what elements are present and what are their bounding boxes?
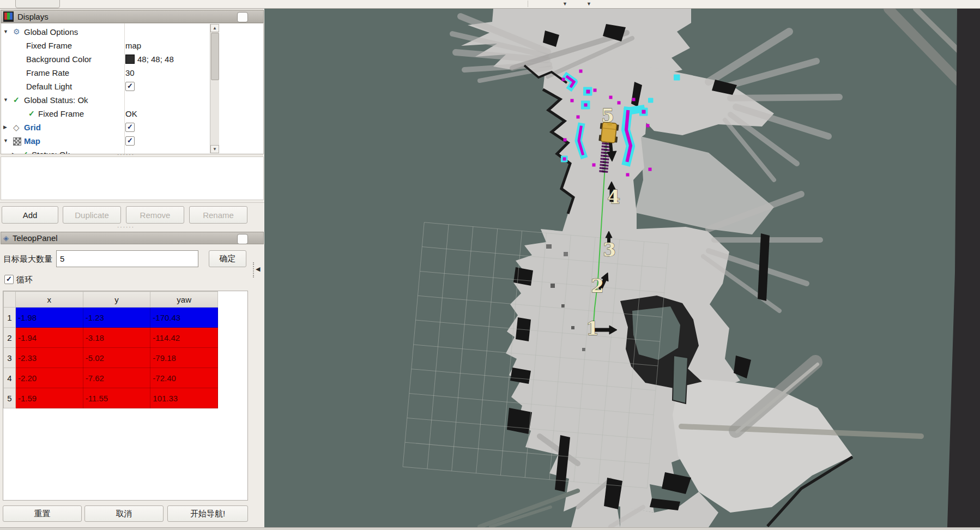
scroll-down-icon[interactable]: ▼ [210, 145, 219, 153]
status-ok-check-icon: ✓ [28, 107, 35, 121]
collapse-left-icon[interactable]: ◀ [256, 266, 260, 273]
chevron-down-icon[interactable]: ▼ [3, 134, 8, 148]
tree-row-fixed-frame[interactable]: Fixed Frame map [1, 39, 208, 52]
toolbar-separator [528, 1, 528, 7]
tree-row-label: Map [24, 134, 40, 148]
remove-display-button[interactable]: Remove [126, 206, 184, 224]
cell-y[interactable]: -11.55 [83, 388, 150, 408]
fixed-frame-value[interactable]: map [125, 39, 141, 52]
tree-row-label: Global Status: Ok [24, 93, 88, 107]
frame-rate-value[interactable]: 30 [125, 66, 135, 80]
column-header-yaw[interactable]: yaw [150, 292, 218, 308]
chevron-right-icon[interactable]: ▶ [12, 148, 16, 154]
panel-resize-handle[interactable] [253, 262, 255, 278]
goal-count-input[interactable] [56, 250, 198, 267]
cell-y[interactable]: -1.23 [83, 308, 150, 328]
cell-x[interactable]: -2.20 [16, 368, 83, 388]
color-swatch[interactable] [125, 55, 135, 64]
cell-x[interactable]: -2.33 [16, 348, 83, 368]
cell-x[interactable]: -1.94 [16, 328, 83, 348]
goal-count-label: 目标最大数量 [3, 250, 52, 267]
teleop-panel-header[interactable]: ◈ TeleopPanel [1, 232, 264, 244]
cell-yaw[interactable]: -170.43 [150, 308, 218, 328]
teleop-panel-title: TeleopPanel [13, 233, 58, 243]
rviz-window: ▼ ▼ Displays ▼ ⚙ Global Options Fixed Fr… [0, 0, 980, 530]
cell-y[interactable]: -7.62 [83, 368, 150, 388]
splitter-handle[interactable]: ······ [117, 224, 135, 230]
table-row[interactable]: 1 -1.98 -1.23 -170.43 [4, 308, 218, 328]
chevron-right-icon[interactable]: ▶ [3, 121, 7, 134]
dropdown-arrow-icon[interactable]: ▼ [562, 1, 567, 7]
waypoint-label-3: 3 [603, 239, 616, 261]
displays-panel-header[interactable]: Displays [1, 10, 264, 23]
displays-panel-title: Displays [17, 12, 49, 21]
occupancy-grid-map: 1 2 3 4 5 [264, 9, 980, 527]
tree-row-global-status[interactable]: ▼ ✓ Global Status: Ok [1, 93, 208, 107]
row-index: 4 [4, 368, 16, 388]
tree-scrollbar[interactable]: ▲ ▼ [210, 24, 219, 153]
gutter-header [4, 292, 16, 308]
cell-x[interactable]: -1.59 [16, 388, 83, 408]
map-3d-view[interactable]: 1 2 3 4 5 [264, 9, 980, 527]
confirm-button[interactable]: 确定 [209, 250, 246, 267]
table-row[interactable]: 4 -2.20 -7.62 -72.40 [4, 368, 218, 388]
table-row[interactable]: 3 -2.33 -5.02 -79.18 [4, 348, 218, 368]
cell-y[interactable]: -5.02 [83, 348, 150, 368]
waypoint-label-1: 1 [586, 317, 599, 339]
dropdown-arrow-icon[interactable]: ▼ [586, 1, 591, 7]
loop-checkbox[interactable]: ✓ [4, 275, 14, 284]
tree-row-label: Default Light [26, 80, 72, 93]
duplicate-display-button[interactable]: Duplicate [63, 206, 121, 224]
table-header-row: x y yaw [4, 292, 218, 308]
status-ok-check-icon: ✓ [22, 148, 28, 154]
cell-y[interactable]: -3.18 [83, 328, 150, 348]
tree-row-default-light[interactable]: Default Light ✓ [1, 80, 208, 93]
toolbar-tool-button[interactable] [15, 0, 60, 8]
table-row[interactable]: 5 -1.59 -11.55 101.33 [4, 388, 218, 408]
map-icon [13, 137, 21, 146]
default-light-checkbox[interactable]: ✓ [125, 82, 135, 91]
tree-row-map-status-partial[interactable]: ▶ ✓ Status: Ok [1, 148, 208, 154]
cell-yaw[interactable]: 101.33 [150, 388, 218, 408]
divider [0, 202, 264, 203]
panel-diamond-icon: ◈ [3, 234, 9, 242]
chevron-down-icon[interactable]: ▼ [3, 93, 8, 107]
panel-float-button[interactable] [237, 12, 248, 22]
column-header-y[interactable]: y [83, 292, 150, 308]
tree-row-frame-rate[interactable]: Frame Rate 30 [1, 66, 208, 80]
cell-x[interactable]: -1.98 [16, 308, 83, 328]
panel-float-button[interactable] [237, 234, 248, 244]
background-color-value[interactable]: 48; 48; 48 [137, 52, 174, 66]
reset-button[interactable]: 重置 [3, 505, 82, 522]
tree-row-background-color[interactable]: Background Color 48; 48; 48 [1, 52, 208, 66]
cell-yaw[interactable]: -79.18 [150, 348, 218, 368]
tree-row-global-options[interactable]: ▼ ⚙ Global Options [1, 25, 208, 39]
row-index: 3 [4, 348, 16, 368]
column-header-x[interactable]: x [16, 292, 83, 308]
table-row[interactable]: 2 -1.94 -3.18 -114.42 [4, 328, 218, 348]
scroll-up-icon[interactable]: ▲ [210, 24, 219, 32]
cell-yaw[interactable]: -114.42 [150, 328, 218, 348]
window-bottom-border [0, 527, 980, 530]
rename-display-button[interactable]: Rename [189, 206, 247, 224]
chevron-down-icon[interactable]: ▼ [3, 25, 8, 39]
waypoint-label-2: 2 [591, 275, 604, 297]
add-display-button[interactable]: Add [2, 206, 58, 224]
map-enabled-checkbox[interactable]: ✓ [125, 136, 135, 146]
tree-row-map[interactable]: ▼ Map ✓ [1, 134, 208, 148]
tree-row-label: Global Options [24, 25, 78, 39]
start-navigation-button[interactable]: 开始导航! [167, 505, 248, 522]
cancel-button[interactable]: 取消 [84, 505, 164, 522]
grid-enabled-checkbox[interactable]: ✓ [125, 123, 135, 132]
tree-row-grid[interactable]: ▶ ◇ Grid ✓ [1, 121, 208, 134]
tree-row-label: Fixed Frame [26, 39, 72, 52]
tree-row-label: Grid [24, 121, 41, 134]
loop-label: 循环 [16, 275, 33, 285]
scrollbar-thumb[interactable] [211, 33, 219, 80]
row-index: 5 [4, 388, 16, 408]
tree-row-label: Background Color [26, 52, 92, 66]
tree-row-label: Frame Rate [26, 66, 69, 80]
tree-row-status-fixed-frame[interactable]: ✓ Fixed Frame OK [1, 107, 208, 121]
tree-row-label: Status: Ok [32, 148, 70, 154]
cell-yaw[interactable]: -72.40 [150, 368, 218, 388]
